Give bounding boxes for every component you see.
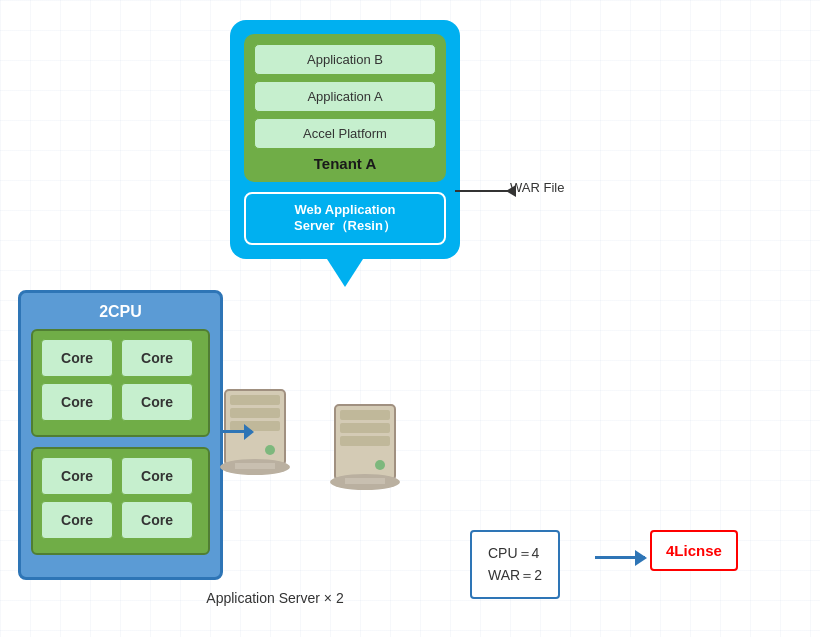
core-row-1-2: Core Core [41, 383, 200, 421]
svg-rect-2 [230, 408, 280, 418]
was-label: Web ApplicationServer（Resin） [244, 192, 446, 245]
core-cell: Core [121, 383, 193, 421]
app-a: Application A [254, 81, 436, 112]
info-box: CPU＝4 WAR＝2 [470, 530, 560, 599]
svg-rect-9 [340, 423, 390, 433]
tenant-label: Tenant A [254, 155, 436, 172]
core-cell: Core [41, 383, 113, 421]
cpu-label: 2CPU [31, 303, 210, 321]
core-cell: Core [121, 457, 193, 495]
svg-point-11 [375, 460, 385, 470]
bubble-tail [327, 259, 363, 287]
info-cpu: CPU＝4 [488, 542, 542, 564]
core-row-2-2: Core Core [41, 501, 200, 539]
core-cell: Core [41, 339, 113, 377]
info-war: WAR＝2 [488, 564, 542, 586]
license-box: 4Licnse [650, 530, 738, 571]
core-cell: Core [121, 501, 193, 539]
cpu-to-server-arrow [222, 430, 252, 433]
core-row-2-1: Core Core [41, 457, 200, 495]
cpu-group-2: Core Core Core Core [31, 447, 210, 555]
cpu-box: 2CPU Core Core Core Core Core Core Core … [18, 290, 223, 580]
server-label: Application Server × 2 [195, 590, 355, 606]
svg-rect-10 [340, 436, 390, 446]
tenant-box: Application B Application A Accel Platfo… [244, 34, 446, 182]
war-arrow [455, 190, 515, 192]
diagram-container: 2CPU Core Core Core Core Core Core Core … [0, 0, 820, 637]
cpu-group-1: Core Core Core Core [31, 329, 210, 437]
app-b: Application B [254, 44, 436, 75]
info-to-license-arrow [595, 556, 645, 559]
accel-platform: Accel Platform [254, 118, 436, 149]
license-label: 4Licnse [666, 542, 722, 559]
svg-rect-6 [235, 463, 275, 469]
svg-point-4 [265, 445, 275, 455]
core-cell: Core [41, 501, 113, 539]
server-svg-2 [325, 395, 415, 495]
svg-rect-13 [345, 478, 385, 484]
war-label: WAR File [510, 180, 564, 195]
was-bubble: Application B Application A Accel Platfo… [230, 20, 460, 259]
server-icon-2 [325, 395, 415, 495]
was-inner: Application B Application A Accel Platfo… [230, 20, 460, 259]
core-cell: Core [41, 457, 113, 495]
svg-rect-8 [340, 410, 390, 420]
svg-rect-1 [230, 395, 280, 405]
core-row-1-1: Core Core [41, 339, 200, 377]
core-cell: Core [121, 339, 193, 377]
